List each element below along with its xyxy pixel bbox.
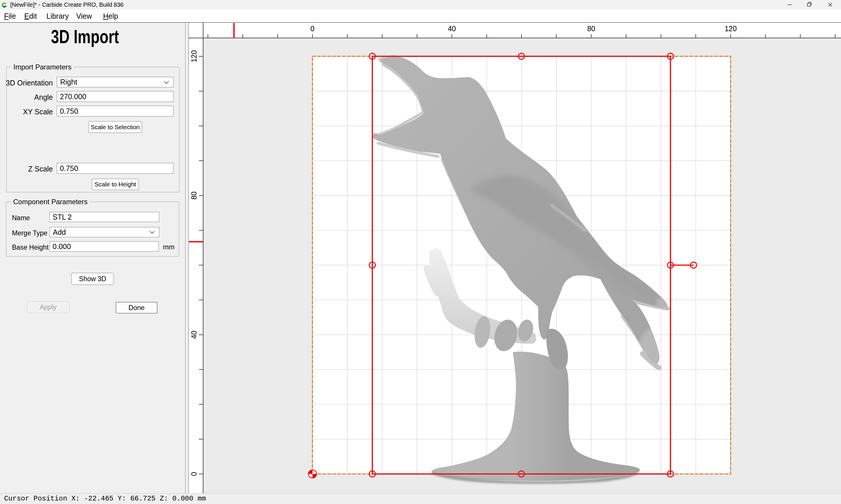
svg-text:120: 120 [724,24,737,33]
svg-text:80: 80 [587,24,596,33]
svg-text:80: 80 [190,191,198,199]
svg-text:120: 120 [190,50,198,62]
svg-text:0: 0 [310,24,314,33]
svg-text:40: 40 [190,331,198,339]
svg-text:40: 40 [448,24,456,33]
svg-text:0: 0 [190,472,198,476]
